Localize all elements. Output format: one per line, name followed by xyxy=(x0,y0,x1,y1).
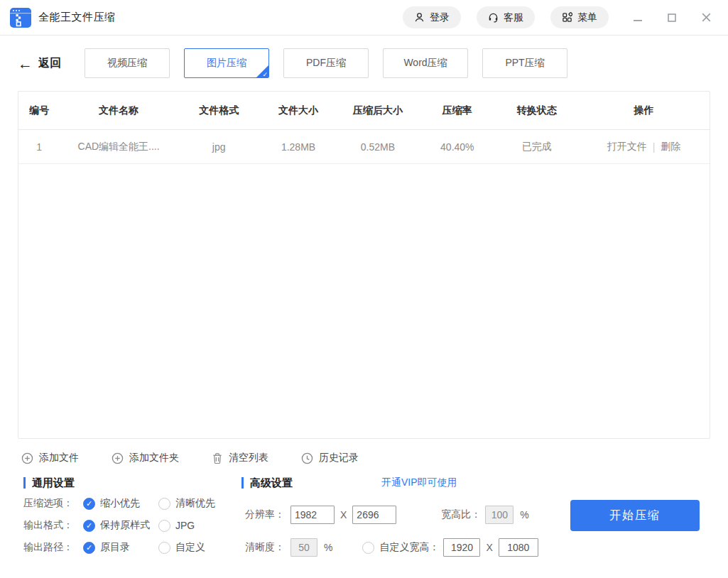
headset-icon xyxy=(488,12,499,23)
radio-custom-directory[interactable]: ✓ 自定义 xyxy=(158,541,205,554)
radio-keep-original-format[interactable]: ✓ 保持原样式 xyxy=(83,519,158,532)
tab-pdf-compress[interactable]: PDF压缩 ✓ xyxy=(283,48,369,78)
tab-video-compress[interactable]: 视频压缩 ✓ xyxy=(85,48,170,78)
maximize-button[interactable] xyxy=(664,10,680,26)
check-icon: ✓ xyxy=(86,544,92,552)
option-label: 缩小优先 xyxy=(100,497,140,510)
compress-option-row: 压缩选项： ✓ 缩小优先 ✓ 清晰优先 xyxy=(23,495,237,512)
add-folder-button[interactable]: 添加文件夹 xyxy=(112,452,179,464)
start-compress-button[interactable]: 开始压缩 xyxy=(570,500,700,531)
resolution-height-input[interactable] xyxy=(352,506,396,524)
tab-label: PDF压缩 xyxy=(306,57,346,70)
general-settings-header: 通用设置 xyxy=(23,476,237,490)
minimize-button[interactable] xyxy=(630,10,646,26)
login-button[interactable]: 登录 xyxy=(403,6,461,28)
advanced-settings-header: 高级设置 开通VIP即可使用 xyxy=(241,476,558,490)
general-settings-section: 通用设置 压缩选项： ✓ 缩小优先 ✓ 清晰优先 输出格式： xyxy=(23,476,237,556)
option-label: 保持原样式 xyxy=(100,519,150,532)
settings-panel: 通用设置 压缩选项： ✓ 缩小优先 ✓ 清晰优先 输出格式： xyxy=(18,474,710,578)
tab-label: PPT压缩 xyxy=(505,57,544,70)
tab-word-compress[interactable]: Word压缩 ✓ xyxy=(383,48,468,78)
history-label: 历史记录 xyxy=(319,452,359,464)
tab-image-compress[interactable]: 图片压缩 ✓ xyxy=(184,48,269,78)
cell-status: 已完成 xyxy=(495,141,578,153)
option-label: 自定义 xyxy=(175,541,205,554)
section-accent-bar xyxy=(23,477,26,489)
clarity-input[interactable] xyxy=(290,538,317,557)
radio-icon: ✓ xyxy=(158,498,170,510)
output-path-row: 输出路径： ✓ 原目录 ✓ 自定义 xyxy=(23,539,237,556)
advanced-settings-title: 高级设置 xyxy=(250,476,293,490)
custom-height-input[interactable] xyxy=(499,538,538,557)
titlebar: 全能王文件压缩 登录 xyxy=(0,0,728,36)
app-logo-icon xyxy=(10,8,31,28)
file-table: 编号 文件名称 文件格式 文件大小 压缩后大小 压缩率 转换状态 操作 1 CA… xyxy=(18,91,710,439)
compress-option-label: 压缩选项： xyxy=(23,497,83,510)
vip-upgrade-link[interactable]: 开通VIP即可使用 xyxy=(381,476,457,489)
radio-original-directory[interactable]: ✓ 原目录 xyxy=(83,541,158,554)
aspect-ratio-input[interactable] xyxy=(485,506,514,524)
tab-ppt-compress[interactable]: PPT压缩 ✓ xyxy=(482,48,567,78)
radio-icon: ✓ xyxy=(158,520,170,532)
clarity-percent-sign: % xyxy=(324,542,332,553)
active-check-icon: ✓ xyxy=(262,71,268,78)
output-format-row: 输出格式： ✓ 保持原样式 ✓ JPG xyxy=(23,517,237,534)
radio-icon: ✓ xyxy=(83,542,95,554)
clear-list-button[interactable]: 清空列表 xyxy=(212,452,268,464)
resolution-width-input[interactable] xyxy=(290,506,335,524)
add-file-button[interactable]: 添加文件 xyxy=(21,452,79,464)
tab-label: 视频压缩 xyxy=(107,57,147,70)
table-row: 1 CAD编辑全能王.... jpg 1.28MB 0.52MB 40.40% … xyxy=(18,130,710,164)
radio-jpg-format[interactable]: ✓ JPG xyxy=(158,520,195,532)
radio-clarity-priority[interactable]: ✓ 清晰优先 xyxy=(158,497,215,510)
support-label: 客服 xyxy=(504,11,523,24)
custom-size-label: 自定义宽高： xyxy=(379,541,439,554)
cell-file-name: CAD编辑全能王.... xyxy=(60,141,177,153)
option-label: 清晰优先 xyxy=(175,497,215,510)
custom-width-input[interactable] xyxy=(443,538,480,557)
custom-x-separator: X xyxy=(486,542,492,553)
check-icon: ✓ xyxy=(86,522,92,530)
cell-format: jpg xyxy=(178,141,261,153)
radio-custom-size[interactable]: ✓ 自定义宽高： xyxy=(362,541,439,554)
cell-compressed-size: 0.52MB xyxy=(337,141,420,153)
radio-icon: ✓ xyxy=(83,520,95,532)
aspect-percent-sign: % xyxy=(520,509,528,520)
radio-icon: ✓ xyxy=(362,542,374,554)
aspect-ratio-label: 宽高比： xyxy=(438,508,481,521)
add-file-label: 添加文件 xyxy=(39,452,79,464)
user-icon xyxy=(414,12,425,23)
col-header-ops: 操作 xyxy=(578,104,710,117)
app-window: 全能王文件压缩 登录 xyxy=(0,0,728,578)
back-button[interactable]: ← 返回 xyxy=(18,56,65,71)
menu-label: 菜单 xyxy=(577,11,597,24)
titlebar-actions: 登录 客服 xyxy=(387,6,714,28)
support-button[interactable]: 客服 xyxy=(477,6,535,28)
col-header-name: 文件名称 xyxy=(60,104,177,117)
close-button[interactable] xyxy=(698,10,714,26)
radio-size-priority[interactable]: ✓ 缩小优先 xyxy=(83,497,158,510)
output-format-label: 输出格式： xyxy=(23,519,83,532)
cell-ratio: 40.40% xyxy=(419,141,495,153)
menu-button[interactable]: 菜单 xyxy=(550,6,609,28)
table-header-row: 编号 文件名称 文件格式 文件大小 压缩后大小 压缩率 转换状态 操作 xyxy=(18,92,710,130)
ops-divider: | xyxy=(653,141,656,153)
window-controls xyxy=(630,10,714,26)
plus-circle-icon xyxy=(112,452,124,464)
grid-menu-icon xyxy=(562,12,572,23)
delete-file-link[interactable]: 删除 xyxy=(661,141,680,153)
resolution-label: 分辨率： xyxy=(241,508,285,521)
add-folder-label: 添加文件夹 xyxy=(129,452,179,464)
history-clock-icon xyxy=(301,452,313,464)
clarity-row: 清晰度： % ✓ 自定义宽高： X xyxy=(241,538,558,557)
resolution-row: 分辨率： X 宽高比： % xyxy=(241,506,558,524)
col-header-no: 编号 xyxy=(18,104,60,117)
main-content: ← 返回 视频压缩 ✓ 图片压缩 ✓ PDF压缩 ✓ xyxy=(0,48,728,578)
check-icon: ✓ xyxy=(86,500,92,508)
option-label: 原目录 xyxy=(100,541,130,554)
clear-list-label: 清空列表 xyxy=(229,452,268,464)
open-file-link[interactable]: 打开文件 xyxy=(607,141,647,153)
history-button[interactable]: 历史记录 xyxy=(301,452,359,464)
radio-icon: ✓ xyxy=(83,498,95,510)
cell-size: 1.28MB xyxy=(261,141,337,153)
